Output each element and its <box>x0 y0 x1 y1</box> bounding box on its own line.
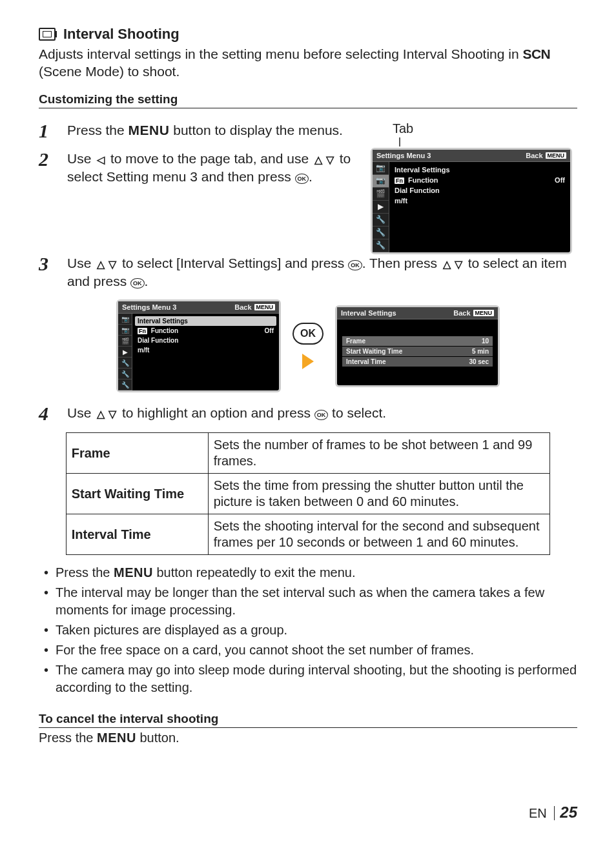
section-title: Interval Shooting <box>63 26 180 43</box>
intro-paragraph: Adjusts interval settings in the setting… <box>39 45 577 81</box>
step-4-number: 4 <box>39 404 57 423</box>
table-row: Frame Sets the number of frames to be sh… <box>66 433 550 474</box>
step-4-text-a: Use <box>67 405 95 420</box>
note-5: The camera may go into sleep mode during… <box>39 661 577 696</box>
option-frame-desc: Sets the number of frames to be shot bet… <box>208 433 550 474</box>
cam-tab-wrench3-icon: 🔧 <box>118 379 132 390</box>
cam-row-interval-label: Interval Settings <box>138 318 188 325</box>
camera-interval-settings-screenshot: Interval Settings Back MENU Frame10 Star… <box>335 305 500 387</box>
step-4-text-b: to highlight an option and press <box>118 405 314 420</box>
camera-menu-screenshot-top: Settings Menu 3 Back MENU 📷 📷 🎬 ▶ 🔧 🔧 <box>371 148 572 254</box>
cam-tab-wrench1-icon: 🔧 <box>373 214 389 227</box>
dpad-up-icon <box>95 404 107 422</box>
cam-tab-playback-icon: ▶ <box>373 201 389 214</box>
dpad-up-icon <box>441 254 453 272</box>
page-footer: EN 25 <box>39 803 577 822</box>
ok-button-icon: OK <box>348 260 362 270</box>
cam-row-mft-label: m/ft <box>395 197 407 205</box>
cam-tab-video-icon: 🎬 <box>118 336 132 347</box>
step-3-text-a: Use <box>67 256 95 270</box>
cam-row-fn-value: Off <box>265 327 274 334</box>
note-4: For the free space on a card, you cannot… <box>39 641 577 659</box>
interval-row-it: Interval Time30 sec <box>342 357 493 367</box>
dpad-up-icon <box>313 150 324 168</box>
step-2-text-d: . <box>309 169 313 184</box>
cam-menu-pill: MENU <box>473 310 495 316</box>
footer-page-number: 25 <box>560 803 577 821</box>
cam-tab-column: 📷 📷 🎬 ▶ 🔧 🔧 🔧 <box>373 162 389 252</box>
fn-icon: Fn <box>138 328 147 334</box>
cancel-instruction: Press the MENU button. <box>39 731 577 745</box>
cam-menu-pill: MENU <box>254 304 276 310</box>
interval-row-frame: Frame10 <box>342 336 493 346</box>
step-3-number: 3 <box>39 254 57 274</box>
cam-tab-camera1-icon: 📷 <box>118 314 132 325</box>
step-1-number: 1 <box>39 121 57 141</box>
cam-row-dial-label: Dial Function <box>138 337 178 344</box>
step-2: 2 Use to move to the page tab, and use t… <box>39 150 358 187</box>
arrow-right-icon <box>302 354 314 369</box>
cam-row-dial-label: Dial Function <box>395 187 440 194</box>
note-1: Press the MENU button repeatedly to exit… <box>39 564 577 581</box>
table-row: Interval Time Sets the shooting interval… <box>66 514 550 555</box>
cancel-heading: To cancel the interval shooting <box>39 712 577 728</box>
camera-menu-screenshot-left: Settings Menu 3 Back MENU 📷 📷 🎬 ▶ 🔧 🔧 🔧 <box>116 299 281 392</box>
option-frame-label: Frame <box>66 433 208 474</box>
cam-tab-camera2-icon: 📷 <box>373 175 389 188</box>
cam-tab-wrench2-icon: 🔧 <box>118 368 132 379</box>
cam-row-fn: Fn FunctionOff <box>138 326 274 336</box>
option-swt-desc: Sets the time from pressing the shutter … <box>208 474 550 514</box>
cam-tab-wrench3-icon: 🔧 <box>373 239 389 252</box>
cam-row-interval-highlighted: Interval Settings <box>135 316 276 326</box>
dpad-up-icon <box>95 254 107 272</box>
note-2: The interval may be longer than the set … <box>39 584 577 619</box>
note-1-text-b: button repeatedly to exit the menu. <box>153 565 356 580</box>
cam-tab-playback-icon: ▶ <box>118 347 132 358</box>
cam-tab-wrench2-icon: 🔧 <box>373 227 389 239</box>
intro-text-after: (Scene Mode) to shoot. <box>39 64 180 79</box>
interval-row-swt-value: 5 min <box>472 348 489 355</box>
step-4-text-c: to select. <box>328 405 386 420</box>
ok-button-icon: OK <box>314 410 329 420</box>
step-2-text-b: to move to the page tab, and use <box>107 151 313 166</box>
cam-row-fn-label: Function <box>406 176 438 184</box>
step-2-number: 2 <box>39 150 57 169</box>
cam-header-title: Settings Menu 3 <box>122 303 176 311</box>
cam-row-interval-label: Interval Settings <box>395 166 450 174</box>
cam-tab-camera2-icon: 📷 <box>118 325 132 336</box>
tab-callout-label: Tab <box>393 121 577 136</box>
step-3: 3 Use to select [Interval Settings] and … <box>39 254 577 291</box>
scn-label: SCN <box>522 46 550 61</box>
cam-header-title: Settings Menu 3 <box>376 152 431 159</box>
dpad-down-icon <box>324 150 336 168</box>
cam-row-mft: m/ft <box>395 196 565 206</box>
step-1: 1 Press the MENU button to display the m… <box>39 121 358 141</box>
cancel-text-b: button. <box>136 731 180 745</box>
cam-row-mft: m/ft <box>138 345 274 355</box>
dpad-down-icon <box>453 254 464 272</box>
interval-row-it-value: 30 sec <box>469 358 489 365</box>
step-3-text-c: . Then press <box>362 256 441 270</box>
step-3-text-b: to select [Interval Settings] and press <box>118 256 348 270</box>
interval-row-swt-label: Start Waiting Time <box>346 348 402 355</box>
interval-row-swt: Start Waiting Time5 min <box>342 347 493 356</box>
cam-back-label: Back <box>453 309 470 317</box>
note-1-text-a: Press the <box>56 565 114 580</box>
cam-menu-pill: MENU <box>546 152 567 159</box>
table-row: Start Waiting Time Sets the time from pr… <box>66 474 550 514</box>
cam-row-fn: Fn FunctionOff <box>395 175 565 185</box>
tab-callout-line <box>396 137 577 146</box>
interval-row-frame-label: Frame <box>346 338 365 345</box>
fn-icon: Fn <box>395 177 404 184</box>
option-swt-label: Start Waiting Time <box>66 474 208 514</box>
step-1-text-a: Press the <box>67 123 128 137</box>
interval-row-it-label: Interval Time <box>346 358 386 365</box>
footer-lang: EN <box>529 806 547 820</box>
cam-tab-wrench1-icon: 🔧 <box>118 358 132 368</box>
notes-list: Press the MENU button repeatedly to exit… <box>39 564 577 696</box>
interval-shooting-icon <box>39 28 56 41</box>
cam-header-title: Interval Settings <box>341 309 396 317</box>
interval-row-frame-value: 10 <box>482 338 489 345</box>
dpad-down-icon <box>107 254 118 272</box>
dpad-down-icon <box>107 404 118 422</box>
